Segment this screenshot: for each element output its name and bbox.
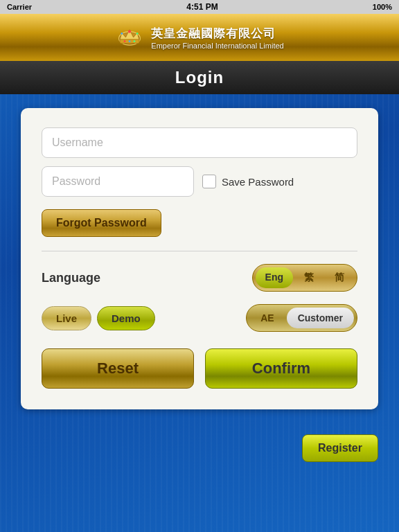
svg-point-4 xyxy=(121,33,123,35)
status-bar: Carrier 4:51 PM 100% xyxy=(0,0,399,14)
lang-option-trad[interactable]: 繁 xyxy=(294,267,323,288)
svg-point-3 xyxy=(128,30,131,33)
save-password-label: Save Password xyxy=(222,176,294,188)
register-button[interactable]: Register xyxy=(302,434,378,462)
svg-point-9 xyxy=(134,40,136,42)
password-input[interactable] xyxy=(42,166,194,197)
role-toggle: AE Customer xyxy=(246,304,357,332)
svg-point-8 xyxy=(129,40,131,42)
mode-role-row: Live Demo AE Customer xyxy=(42,304,357,332)
carrier-label: Carrier xyxy=(7,3,32,11)
language-label: Language xyxy=(42,271,100,285)
lang-option-simp[interactable]: 简 xyxy=(325,267,354,288)
save-password-checkbox[interactable] xyxy=(202,175,216,188)
mode-toggle-group: Live Demo xyxy=(42,306,155,330)
header-text-group: 英皇金融國際有限公司 Emperor Financial Internation… xyxy=(151,26,283,50)
reset-button[interactable]: Reset xyxy=(42,348,194,389)
app-header: 英皇金融國際有限公司 Emperor Financial Internation… xyxy=(0,14,399,61)
login-title: Login xyxy=(175,68,224,87)
login-card: Save Password Forgot Password Language E… xyxy=(21,108,378,409)
save-password-group: Save Password xyxy=(202,175,357,188)
login-title-bar: Login xyxy=(0,61,399,94)
time-label: 4:51 PM xyxy=(186,2,218,12)
company-english-name: Emperor Financial International Limited xyxy=(151,42,283,50)
password-row: Save Password xyxy=(42,166,357,197)
forgot-password-button[interactable]: Forgot Password xyxy=(42,209,161,237)
divider xyxy=(42,251,357,251)
svg-point-7 xyxy=(124,40,126,42)
confirm-button[interactable]: Confirm xyxy=(205,348,357,389)
crown-logo xyxy=(115,23,144,52)
language-toggle: Eng 繁 简 xyxy=(252,264,357,292)
language-row: Language Eng 繁 简 xyxy=(42,264,357,292)
role-ae-option[interactable]: AE xyxy=(249,308,285,328)
svg-point-5 xyxy=(136,33,139,35)
mode-live-button[interactable]: Live xyxy=(42,306,91,330)
action-buttons-row: Reset Confirm xyxy=(42,348,357,389)
mode-demo-button[interactable]: Demo xyxy=(97,306,155,330)
register-area: Register xyxy=(0,423,399,462)
role-customer-option[interactable]: Customer xyxy=(287,308,354,328)
battery-label: 100% xyxy=(373,3,392,11)
username-input[interactable] xyxy=(42,127,357,158)
company-chinese-name: 英皇金融國際有限公司 xyxy=(151,26,276,42)
lang-option-eng[interactable]: Eng xyxy=(256,267,293,288)
